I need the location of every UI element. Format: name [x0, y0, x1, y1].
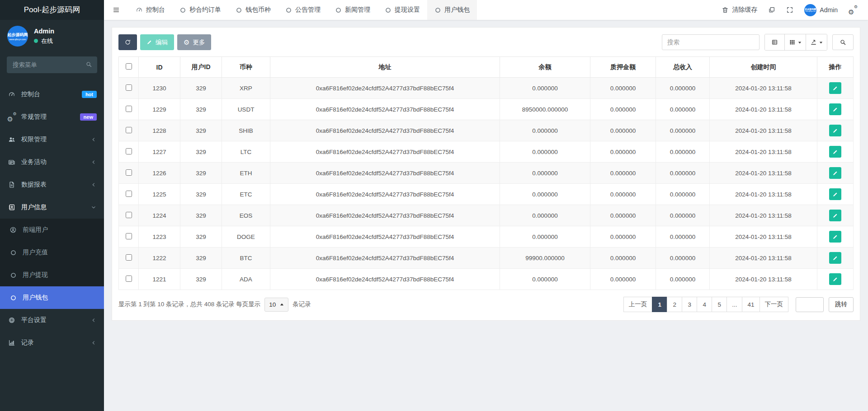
sidebar-item-user-recharge[interactable]: 用户充值 — [0, 241, 104, 264]
page-number-4[interactable]: 4 — [697, 297, 712, 312]
page-size-select[interactable]: 10 — [264, 298, 288, 312]
edit-row-button[interactable] — [829, 210, 841, 221]
pencil-icon — [146, 39, 152, 45]
page-number-3[interactable]: 3 — [682, 297, 697, 312]
sidebar-item-dashboard[interactable]: 控制台hot — [0, 83, 104, 106]
row-checkbox[interactable] — [126, 169, 132, 176]
cell-created_at: 2024-01-20 13:11:58 — [710, 78, 817, 99]
cell-total_income: 0.000000 — [656, 163, 710, 184]
pencil-icon — [832, 107, 838, 112]
row-checkbox[interactable] — [126, 212, 132, 218]
tab-wallet-coins[interactable]: 钱包币种 — [228, 0, 278, 20]
columns-button[interactable] — [785, 34, 806, 50]
edit-button[interactable]: 编辑 — [140, 34, 174, 50]
column-header-id: ID — [139, 57, 180, 78]
more-button[interactable]: ⚙ 更多 — [177, 34, 211, 50]
sidebar-search-input[interactable] — [7, 56, 97, 73]
tab-news[interactable]: 新闻管理 — [328, 0, 377, 20]
refresh-button[interactable] — [118, 34, 137, 50]
cell-balance: 0.000000 — [500, 184, 590, 205]
sidebar-item-platform-settings[interactable]: 平台设置 — [0, 309, 104, 332]
sidebar-item-data-reports[interactable]: 数据报表 — [0, 173, 104, 196]
page-ellipsis[interactable]: ... — [726, 297, 742, 312]
search-button[interactable] — [832, 34, 854, 50]
sidebar-item-user-wallet[interactable]: 用户钱包 — [0, 286, 104, 309]
tab-label: 秒合约订单 — [189, 6, 221, 14]
sidebar-item-records[interactable]: 记录 — [0, 332, 104, 354]
circle-icon — [179, 7, 186, 14]
brand-title[interactable]: Pool-起步源码网 — [0, 0, 104, 20]
cell-id: 1229 — [139, 99, 180, 120]
user-panel: 起步源码网 www.qibuyn.com Admin 在线 — [0, 20, 104, 51]
sidebar-item-label: 权限管理 — [21, 135, 47, 144]
page-number-41[interactable]: 41 — [742, 297, 760, 312]
cell-pledge: 0.000000 — [590, 163, 656, 184]
tab-label: 用户钱包 — [444, 6, 470, 14]
row-checkbox[interactable] — [126, 148, 132, 154]
clear-cache-button[interactable]: 清除缓存 — [722, 6, 757, 14]
sidebar-menu: 控制台hot⚙⚙常规管理new权限管理业务活动数据报表用户信息前端用户用户充值用… — [0, 83, 104, 354]
sidebar-item-user-withdraw[interactable]: 用户提现 — [0, 264, 104, 286]
sidebar-item-user-info[interactable]: 用户信息 — [0, 196, 104, 219]
row-checkbox[interactable] — [126, 106, 132, 112]
sidebar-toggle-icon[interactable] — [104, 0, 128, 20]
edit-row-button[interactable] — [829, 125, 841, 136]
edit-row-button[interactable] — [829, 146, 841, 158]
row-checkbox[interactable] — [126, 254, 132, 261]
cell-coin: XRP — [222, 78, 270, 99]
page-jump-button[interactable]: 跳转 — [829, 297, 854, 312]
window-restore-icon[interactable] — [768, 6, 775, 14]
row-checkbox[interactable] — [126, 191, 132, 197]
next-page-button[interactable]: 下一页 — [760, 297, 789, 312]
cell-created_at: 2024-01-20 13:11:58 — [710, 141, 817, 163]
page-number-1[interactable]: 1 — [652, 297, 667, 312]
edit-row-button[interactable] — [829, 252, 841, 264]
settings-gears-icon[interactable]: ⚙⚙ — [849, 6, 857, 14]
prev-page-button[interactable]: 上一页 — [623, 297, 653, 312]
edit-row-button[interactable] — [829, 231, 841, 243]
edit-row-button[interactable] — [829, 273, 841, 285]
table-row: 1227329LTC0xa6F816ef02de24cfdf52A4277d37… — [119, 141, 854, 163]
sidebar-item-front-users[interactable]: 前端用户 — [0, 219, 104, 241]
edit-row-button[interactable] — [829, 167, 841, 179]
search-icon[interactable] — [85, 61, 92, 68]
cell-coin: EOS — [222, 205, 270, 226]
detail-view-button[interactable] — [765, 34, 785, 50]
tab-contract-orders[interactable]: 秒合约订单 — [172, 0, 228, 20]
cell-total_income: 0.000000 — [656, 248, 710, 269]
cell-coin: LTC — [222, 141, 270, 163]
select-all-checkbox[interactable] — [126, 63, 132, 70]
row-checkbox[interactable] — [126, 233, 132, 239]
table-body: 1230329XRP0xa6F816ef02de24cfdf52A4277d37… — [119, 78, 854, 290]
edit-row-button[interactable] — [829, 188, 841, 200]
row-checkbox[interactable] — [126, 127, 132, 133]
user-status[interactable]: 在线 — [34, 37, 54, 45]
cell-created_at: 2024-01-20 13:11:58 — [710, 269, 817, 290]
sidebar-item-general-management[interactable]: ⚙⚙常规管理new — [0, 106, 104, 128]
page-number-2[interactable]: 2 — [667, 297, 682, 312]
main-area: 控制台秒合约订单钱包币种公告管理新闻管理提现设置用户钱包 清除缓存 起步源码网 … — [104, 0, 868, 411]
cell-balance: 0.000000 — [500, 120, 590, 141]
fullscreen-icon[interactable] — [786, 6, 793, 14]
cell-total_income: 0.000000 — [656, 205, 710, 226]
page-number-5[interactable]: 5 — [712, 297, 727, 312]
sidebar-item-business-activity[interactable]: 业务活动 — [0, 151, 104, 173]
tab-withdraw-settings[interactable]: 提现设置 — [377, 0, 427, 20]
row-checkbox[interactable] — [126, 84, 132, 91]
cell-user_id: 329 — [180, 163, 222, 184]
circle-icon — [385, 7, 392, 14]
export-button[interactable] — [806, 34, 827, 50]
account-menu[interactable]: 起步源码网 www.qibuyn.com Admin — [804, 4, 838, 16]
table-search-input[interactable] — [662, 34, 760, 50]
tab-user-wallet[interactable]: 用户钱包 — [427, 0, 477, 20]
column-header-created_at: 创建时间 — [710, 57, 817, 78]
tab-announcements[interactable]: 公告管理 — [278, 0, 328, 20]
tab-dashboard[interactable]: 控制台 — [128, 0, 172, 20]
page-jump-input[interactable] — [796, 297, 824, 312]
row-checkbox[interactable] — [126, 276, 132, 282]
edit-row-button[interactable] — [829, 82, 841, 94]
pencil-icon — [832, 234, 838, 240]
sidebar-item-permission-management[interactable]: 权限管理 — [0, 128, 104, 151]
clear-cache-label: 清除缓存 — [732, 6, 757, 14]
edit-row-button[interactable] — [829, 103, 841, 115]
